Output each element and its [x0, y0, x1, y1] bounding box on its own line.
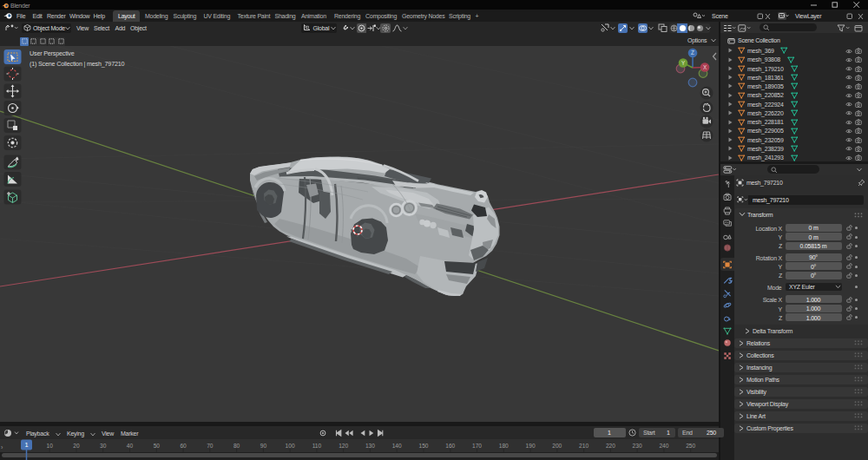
svg-text:50: 50	[154, 443, 161, 449]
svg-text:240: 240	[659, 443, 668, 449]
svg-text:200: 200	[552, 443, 562, 449]
svg-text:(1) Scene Collection | mesh_79: (1) Scene Collection | mesh_797210	[30, 60, 125, 68]
svg-text:60: 60	[180, 443, 187, 449]
svg-text:180: 180	[499, 443, 509, 449]
svg-text:1: 1	[24, 441, 28, 449]
svg-text:250: 250	[686, 443, 695, 449]
svg-text:30: 30	[100, 443, 107, 449]
svg-text:210: 210	[579, 443, 589, 449]
svg-text:130: 130	[365, 443, 375, 449]
svg-text:120: 120	[339, 443, 348, 449]
svg-text:190: 190	[526, 443, 536, 449]
svg-text:90: 90	[260, 443, 267, 449]
svg-text:150: 150	[418, 443, 428, 449]
svg-text:20: 20	[73, 443, 80, 449]
svg-text:170: 170	[472, 443, 482, 449]
svg-text:40: 40	[127, 443, 134, 449]
svg-text:220: 220	[606, 443, 615, 449]
svg-text:User Perspective: User Perspective	[30, 49, 75, 57]
svg-text:110: 110	[312, 443, 322, 449]
svg-text:100: 100	[286, 443, 295, 449]
svg-text:80: 80	[233, 443, 240, 449]
svg-text:Z: Z	[691, 49, 694, 56]
svg-text:160: 160	[445, 443, 455, 449]
svg-text:140: 140	[392, 443, 402, 449]
svg-text:70: 70	[207, 443, 214, 449]
svg-text:10: 10	[47, 443, 54, 449]
svg-text:230: 230	[633, 443, 642, 449]
